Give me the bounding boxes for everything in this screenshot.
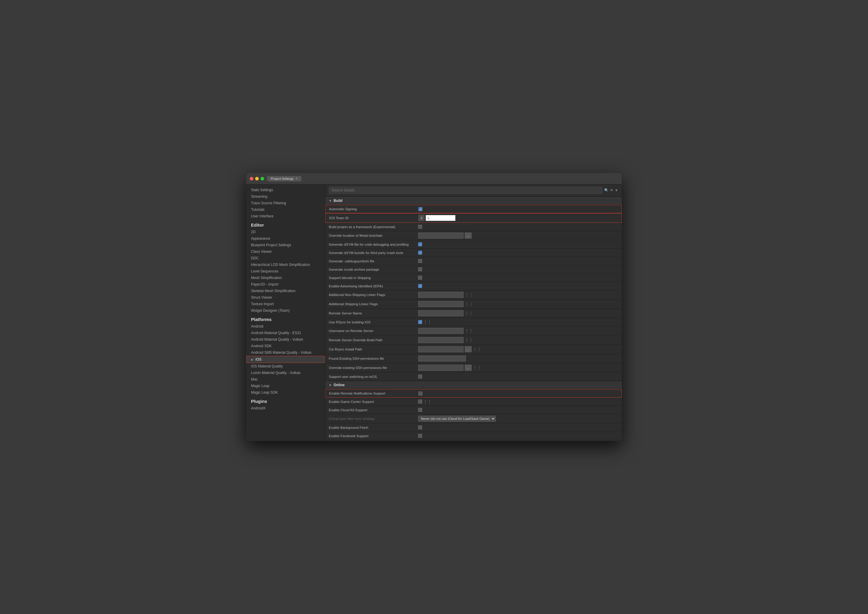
sidebar-item-widget-designer[interactable]: Widget Designer (Team) bbox=[246, 307, 325, 314]
sidebar-label: DDC bbox=[251, 256, 259, 260]
sidebar-item-android-sm5[interactable]: Android SM5 Material Quality - Vulkan bbox=[246, 349, 325, 356]
sidebar-item-level-sequences[interactable]: Level Sequences bbox=[246, 268, 325, 274]
sidebar-item-slate-settings[interactable]: Slate Settings bbox=[246, 187, 325, 193]
row-control: ⋮⋮ bbox=[418, 301, 473, 307]
sidebar-item-ios[interactable]: ▶ iOS bbox=[246, 356, 325, 363]
row-control: ⋮⋮ bbox=[418, 337, 473, 343]
sidebar-item-texture-import[interactable]: Texture Import bbox=[246, 301, 325, 307]
sidebar-label: Magic Leap bbox=[251, 384, 269, 388]
sidebar-item-user-interface[interactable]: User Interface bbox=[246, 213, 325, 219]
icloud-sync-select[interactable]: Never (do not use iCloud for Load/Save G… bbox=[418, 416, 496, 422]
checkbox-cloudkit[interactable] bbox=[418, 408, 422, 412]
sidebar-item-ddc[interactable]: DDC bbox=[246, 255, 325, 261]
sidebar-item-tutorials[interactable]: Tutorials bbox=[246, 206, 325, 213]
grid-icon[interactable]: ⋮⋮ bbox=[465, 338, 473, 343]
sidebar-item-android[interactable]: Android bbox=[246, 323, 325, 330]
remote-server-name-input[interactable] bbox=[418, 310, 464, 316]
checkbox-rsync[interactable]: ✓ bbox=[418, 320, 422, 324]
checkbox-tvos-switching[interactable] bbox=[418, 375, 422, 378]
ios-team-id-prefix[interactable] bbox=[418, 215, 425, 221]
row-label: Override location of Metal toolchain bbox=[329, 234, 418, 237]
shipping-linker-input[interactable] bbox=[418, 301, 464, 307]
ios-team-id-main[interactable] bbox=[426, 215, 456, 221]
checkbox-background-fetch[interactable] bbox=[418, 425, 422, 429]
found-ssh-input[interactable] bbox=[418, 355, 466, 361]
maximize-button[interactable] bbox=[261, 177, 264, 180]
override-build-path-input[interactable] bbox=[418, 337, 464, 343]
sidebar-item-class-viewer[interactable]: Class Viewer bbox=[246, 248, 325, 255]
row-control bbox=[418, 267, 422, 271]
sidebar-item-android-es31[interactable]: Android Material Quality - ES31 bbox=[246, 330, 325, 336]
main-window: Project Settings ✕ Slate Settings Stream… bbox=[246, 173, 622, 441]
sidebar-item-lumin[interactable]: Lumin Material Quality - Vulkan bbox=[246, 369, 325, 376]
checkbox-dsym[interactable]: ✓ bbox=[418, 242, 422, 246]
row-ios-team-id: IOS Team ID bbox=[325, 213, 622, 223]
sidebar-item-magic-leap[interactable]: Magic Leap bbox=[246, 383, 325, 389]
row-control bbox=[418, 225, 422, 229]
override-ssh-browse[interactable]: ... bbox=[465, 365, 471, 371]
row-generate-dsym-bundle: Generate dSYM bundle for third party cra… bbox=[325, 249, 622, 257]
grid-icon[interactable]: ⋮⋮ bbox=[473, 347, 481, 352]
checkbox-bitcode[interactable] bbox=[418, 276, 422, 280]
grid-icon[interactable]: ⋮⋮ bbox=[423, 399, 432, 404]
metal-toolchain-input[interactable] bbox=[418, 233, 464, 239]
sidebar-label: Widget Designer (Team) bbox=[251, 309, 289, 313]
non-shipping-linker-input[interactable] bbox=[418, 292, 464, 298]
window-title: Project Settings bbox=[271, 177, 294, 180]
grid-icon[interactable]: ⋮⋮ bbox=[473, 365, 481, 370]
checkbox-automatic-signing[interactable]: ✓ bbox=[418, 207, 422, 211]
minimize-button[interactable] bbox=[255, 177, 259, 180]
sidebar-item-magic-leap-sdk[interactable]: Magic Leap SDK bbox=[246, 389, 325, 396]
checkbox-udebugsymbols[interactable] bbox=[418, 259, 422, 263]
search-icon[interactable]: 🔍 bbox=[604, 188, 609, 192]
checkbox-idfa[interactable]: ✓ bbox=[418, 284, 422, 288]
sidebar-item-android-sdk[interactable]: Android SDK bbox=[246, 343, 325, 349]
sidebar-item-androidx[interactable]: AndroidX bbox=[246, 405, 325, 411]
grid-icon[interactable]: ⋮⋮ bbox=[465, 302, 473, 306]
row-bitcode: Support bitcode in Shipping bbox=[325, 274, 622, 282]
sidebar-item-ios-material[interactable]: iOS Material Quality bbox=[246, 363, 325, 369]
checkbox-dsym-bundle[interactable]: ✓ bbox=[418, 251, 422, 254]
metal-toolchain-browse[interactable]: ... bbox=[465, 233, 471, 239]
row-label: Build project as a framework (Experiment… bbox=[329, 225, 418, 229]
sidebar-item-appearance[interactable]: Appearance bbox=[246, 235, 325, 242]
tab-close-icon[interactable]: ✕ bbox=[296, 177, 298, 180]
close-button[interactable] bbox=[250, 177, 254, 180]
build-section-header[interactable]: ▼ Build bbox=[325, 197, 622, 205]
row-label: Support bitcode in Shipping bbox=[329, 276, 418, 280]
sidebar-item-streaming[interactable]: Streaming bbox=[246, 193, 325, 200]
checkbox-build-framework[interactable] bbox=[418, 225, 422, 229]
sidebar-item-blueprint-project[interactable]: Blueprint Project Settings bbox=[246, 242, 325, 248]
row-override-build-path: Remote Server Override Build Path ⋮⋮ bbox=[325, 336, 622, 345]
cwrsync-input[interactable] bbox=[418, 346, 464, 352]
sidebar-item-mesh-simplification[interactable]: Mesh Simplification bbox=[246, 274, 325, 281]
eye-icon[interactable]: 👁 bbox=[610, 188, 613, 192]
checkbox-xcode-archive[interactable] bbox=[418, 267, 422, 271]
row-control: ⋮⋮ bbox=[418, 328, 473, 334]
sidebar-item-skeletal-mesh[interactable]: Skeletal Mesh Simplification bbox=[246, 288, 325, 294]
online-section-header[interactable]: ▼ Online bbox=[325, 381, 622, 389]
titlebar: Project Settings ✕ bbox=[246, 173, 622, 185]
grid-icon[interactable]: ⋮⋮ bbox=[465, 292, 473, 297]
traffic-lights bbox=[250, 177, 264, 180]
username-remote-input[interactable] bbox=[418, 328, 464, 334]
chevron-down-icon[interactable]: ▼ bbox=[614, 188, 618, 192]
search-input[interactable] bbox=[329, 187, 602, 194]
sidebar-item-hlod[interactable]: Hierarchical LOD Mesh Simplification bbox=[246, 261, 325, 268]
row-control: ⋮⋮ bbox=[418, 310, 473, 316]
grid-icon[interactable]: ⋮⋮ bbox=[423, 320, 432, 324]
row-generate-dsym: Generate dSYM file for code debugging an… bbox=[325, 240, 622, 249]
sidebar-item-paper2d[interactable]: Paper2D - Import bbox=[246, 281, 325, 288]
sidebar-item-mac[interactable]: Mac bbox=[246, 376, 325, 383]
sidebar-item-trace-source[interactable]: Trace Source Filtering bbox=[246, 200, 325, 206]
sidebar-item-android-vulkan[interactable]: Android Material Quality - Vulkan bbox=[246, 336, 325, 343]
override-ssh-input[interactable] bbox=[418, 365, 464, 371]
grid-icon[interactable]: ⋮⋮ bbox=[465, 311, 473, 316]
sidebar-item-2d[interactable]: 2D bbox=[246, 229, 325, 235]
grid-icon[interactable]: ⋮⋮ bbox=[465, 329, 473, 333]
sidebar-item-struct-viewer[interactable]: Struct Viewer bbox=[246, 294, 325, 301]
cwrsync-browse[interactable]: ... bbox=[465, 346, 471, 352]
checkbox-remote-notifications[interactable] bbox=[418, 392, 422, 395]
checkbox-game-center[interactable] bbox=[418, 400, 422, 403]
checkbox-facebook-support[interactable] bbox=[418, 434, 422, 438]
